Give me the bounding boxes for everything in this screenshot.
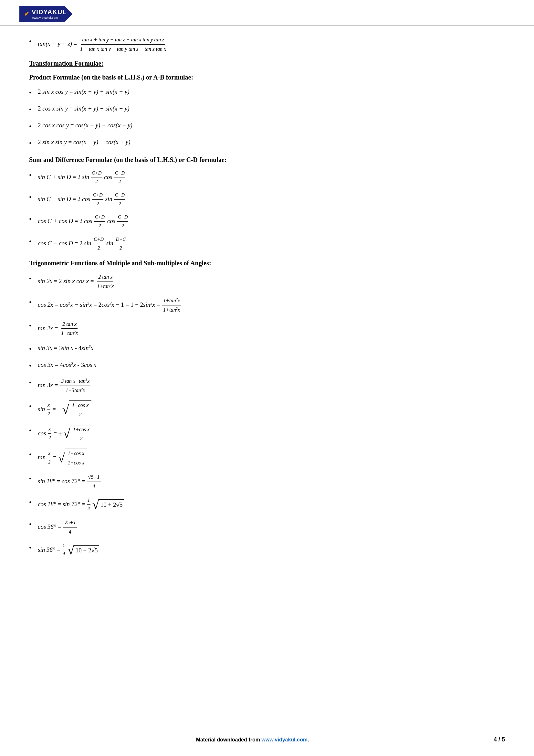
bullet-p4: • (29, 138, 31, 148)
cd3-text: cos C + cos D = 2 cos C+D2 cos C−D2 (38, 213, 129, 230)
logo-checkmark-icon: ✔ (24, 10, 30, 18)
bullet-cos18: • (29, 497, 31, 507)
cos2x-text: cos 2x = cos2x − sin2x = 2cos2x − 1 = 1 … (38, 296, 182, 314)
sin18-formula: • sin 18° = cos 72° = √5−1 4 (29, 473, 505, 491)
sin2x-formula: • sin 2x = 2 sin x cos x = 2 tan x 1+tan… (29, 273, 505, 290)
transformation-heading-block: Transformation Formulae: (29, 60, 505, 67)
tan3x-formula: • tan 3x = 3 tan x−tan3x 1−3tan2x (29, 377, 505, 395)
sin3x-formula: • sin 3x = 3sin x - 4sin3x (29, 343, 505, 354)
content-area: • tan(x + y + z) = tan x + tan y + tan z… (0, 26, 534, 583)
bullet-p3: • (29, 121, 31, 132)
p1-text: 2 sin x cos y = sin(x + y) + sin(x − y) (38, 87, 129, 97)
bullet-sin2x: • (29, 273, 31, 284)
product-heading-block: Product Formulae (on the basis of L.H.S.… (29, 74, 505, 81)
footer-center: Material downloaded from www.vidyakul.co… (126, 737, 379, 743)
tanx2-text: tan x2 = √ 1−cos x 1+cos x (38, 448, 87, 467)
cos2x-formula: • cos 2x = cos2x − sin2x = 2cos2x − 1 = … (29, 296, 505, 314)
tan-xyz-fraction: tan x + tan y + tan z − tan x tan y tan … (79, 36, 167, 53)
bullet-tan-xyz: • (29, 36, 31, 46)
footer-text: Material downloaded from (196, 737, 262, 742)
bullet-sin3x: • (29, 344, 31, 354)
sum-diff-heading: Sum and Difference Formulae (on the basi… (29, 156, 226, 163)
page-number: 4 / 5 (379, 736, 534, 743)
cd1-text: sin C + sin D = 2 sin C+D2 cos C−D2 (38, 169, 126, 185)
bullet-cos2x: • (29, 297, 31, 308)
p2-text: 2 cos x sin y = sin(x + y) − sin(x − y) (38, 104, 129, 114)
cos18-text: cos 18° = sin 72° = 14 √ 10 + 2√5 (38, 497, 124, 513)
cos18-formula: • cos 18° = sin 72° = 14 √ 10 + 2√5 (29, 497, 505, 513)
sin2x-text: sin 2x = 2 sin x cos x = 2 tan x 1+tan2x (38, 273, 115, 290)
bullet-sinx2: • (29, 401, 31, 412)
cosx2-formula: • cos x2 = ± √ 1+cos x 2 (29, 425, 505, 443)
tan-xyz-formula: • tan(x + y + z) = tan x + tan y + tan z… (29, 36, 505, 53)
tan2x-formula: • tan 2x = 2 tan x 1−tan2x (29, 320, 505, 338)
cd-formula-4: • cos C − cos D = 2 sin C+D2 sin D−C2 (29, 236, 505, 252)
footer-period: . (308, 737, 309, 742)
logo-container: ✔ VIDYAKUL www.vidyakul.com (19, 6, 72, 22)
cd4-text: cos C − cos D = 2 sin C+D2 sin D−C2 (38, 236, 127, 252)
cd-formula-2: • sin C − sin D = 2 cos C+D2 sin C−D2 (29, 191, 505, 207)
bullet-cd4: • (29, 236, 31, 247)
sin18-text: sin 18° = cos 72° = √5−1 4 (38, 473, 101, 491)
cd-formula-1: • sin C + sin D = 2 sin C+D2 cos C−D2 (29, 169, 505, 185)
cd-formula-3: • cos C + cos D = 2 cos C+D2 cos C−D2 (29, 213, 505, 230)
bullet-tan3x: • (29, 378, 31, 388)
product-formula-3: • 2 cos x cos y = cos(x + y) + cos(x − y… (29, 121, 505, 132)
bullet-cos3x: • (29, 361, 31, 371)
tanx2-formula: • tan x2 = √ 1−cos x 1+cos x (29, 448, 505, 467)
product-heading: Product Formulae (on the basis of L.H.S.… (29, 74, 193, 81)
tan-xyz-text: tan(x + y + z) = tan x + tan y + tan z −… (38, 36, 168, 53)
bullet-cos36: • (29, 519, 31, 529)
cos3x-formula: • cos 3x = 4cos3x - 3cos x (29, 360, 505, 371)
sin36-text: sin 36° = 14 √ 10 − 2√5 (38, 542, 99, 558)
trig-multiple-heading-block: Trigonometric Functions of Multiple and … (29, 259, 505, 267)
bullet-tan2x: • (29, 321, 31, 331)
bullet-sin18: • (29, 473, 31, 484)
trig-multiple-heading: Trigonometric Functions of Multiple and … (29, 259, 211, 267)
bullet-cd2: • (29, 192, 31, 202)
logo-subtext: www.vidyakul.com (32, 16, 66, 19)
header: ✔ VIDYAKUL www.vidyakul.com (0, 0, 534, 26)
sum-diff-heading-block: Sum and Difference Formulae (on the basi… (29, 156, 505, 164)
tan2x-text: tan 2x = 2 tan x 1−tan2x (38, 320, 80, 338)
cos3x-text: cos 3x = 4cos3x - 3cos x (38, 360, 97, 370)
cd2-text: sin C − sin D = 2 cos C+D2 sin C−D2 (38, 191, 126, 207)
page-container: ✔ VIDYAKUL www.vidyakul.com • tan(x + y … (0, 0, 534, 756)
transformation-heading: Transformation Formulae: (29, 60, 103, 67)
bullet-p2: • (29, 104, 31, 115)
logo-text: VIDYAKUL (32, 9, 66, 15)
logo-text-block: VIDYAKUL www.vidyakul.com (32, 9, 66, 19)
sin3x-text: sin 3x = 3sin x - 4sin3x (38, 343, 93, 353)
cos36-formula: • cos 36° = √5+1 4 (29, 519, 505, 536)
bullet-cosx2: • (29, 425, 31, 436)
product-formula-4: • 2 sin x sin y = cos(x − y) − cos(x + y… (29, 137, 505, 148)
p3-text: 2 cos x cos y = cos(x + y) + cos(x − y) (38, 121, 133, 130)
cos36-text: cos 36° = √5+1 4 (38, 519, 78, 536)
tan3x-text: tan 3x = 3 tan x−tan3x 1−3tan2x (38, 377, 91, 395)
p4-text: 2 sin x sin y = cos(x − y) − cos(x + y) (38, 137, 131, 147)
sinx2-formula: • sin x2 = ± √ 1−cos x 2 (29, 400, 505, 419)
bullet-tanx2: • (29, 449, 31, 460)
sinx2-text: sin x2 = ± √ 1−cos x 2 (38, 400, 91, 419)
cosx2-text: cos x2 = ± √ 1+cos x 2 (38, 425, 92, 443)
product-formula-2: • 2 cos x sin y = sin(x + y) − sin(x − y… (29, 104, 505, 115)
bullet-sin36: • (29, 543, 31, 553)
bullet-cd1: • (29, 170, 31, 180)
product-formula-1: • 2 sin x cos y = sin(x + y) + sin(x − y… (29, 87, 505, 98)
bullet-cd3: • (29, 214, 31, 224)
bullet-p1: • (29, 88, 31, 98)
sin36-formula: • sin 36° = 14 √ 10 − 2√5 (29, 542, 505, 558)
footer: Material downloaded from www.vidyakul.co… (0, 736, 534, 743)
footer-link[interactable]: www.vidyakul.com (261, 737, 308, 742)
